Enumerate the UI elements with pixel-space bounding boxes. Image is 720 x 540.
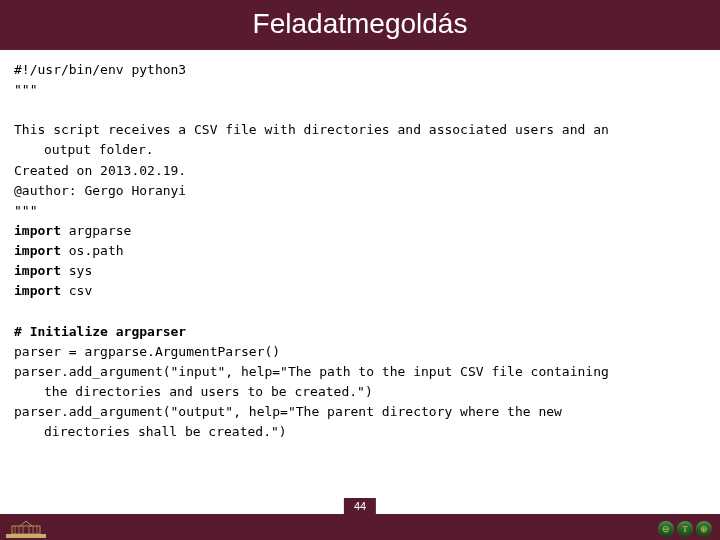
module-name: sys [61, 263, 92, 278]
footer-icons: ⊖ T ⊕ [658, 521, 712, 537]
module-name: os.path [61, 243, 124, 258]
code-comment: # Initialize argparser [14, 322, 706, 342]
svg-rect-0 [6, 534, 46, 538]
blank-line [14, 100, 706, 120]
circle-icon[interactable]: T [677, 521, 693, 537]
code-line: """ [14, 201, 706, 221]
footer-bar: ⊖ T ⊕ [0, 514, 720, 540]
code-line: output folder. [14, 140, 706, 160]
circle-icon[interactable]: ⊕ [696, 521, 712, 537]
code-line: the directories and users to be created.… [14, 382, 706, 402]
code-line: Created on 2013.02.19. [14, 161, 706, 181]
code-line: import csv [14, 281, 706, 301]
blank-line [14, 302, 706, 322]
code-line: parser = argparse.ArgumentParser() [14, 342, 706, 362]
code-line: parser.add_argument("input", help="The p… [14, 362, 706, 382]
code-line: This script receives a CSV file with dir… [14, 120, 706, 140]
code-line: import sys [14, 261, 706, 281]
code-line: @author: Gergo Horanyi [14, 181, 706, 201]
footer-logo [6, 520, 46, 538]
code-line: """ [14, 80, 706, 100]
code-line: directories shall be created.") [14, 422, 706, 442]
module-name: csv [61, 283, 92, 298]
module-name: argparse [61, 223, 131, 238]
code-block: #!/usr/bin/env python3 """ This script r… [0, 50, 720, 442]
page-number: 44 [344, 498, 376, 514]
keyword-import: import [14, 283, 61, 298]
circle-icon[interactable]: ⊖ [658, 521, 674, 537]
building-icon [6, 520, 46, 538]
keyword-import: import [14, 243, 61, 258]
svg-rect-1 [12, 526, 40, 534]
keyword-import: import [14, 263, 61, 278]
keyword-import: import [14, 223, 61, 238]
code-line: #!/usr/bin/env python3 [14, 60, 706, 80]
code-line: import argparse [14, 221, 706, 241]
code-line: parser.add_argument("output", help="The … [14, 402, 706, 422]
code-line: import os.path [14, 241, 706, 261]
slide-title: Feladatmegoldás [0, 0, 720, 50]
